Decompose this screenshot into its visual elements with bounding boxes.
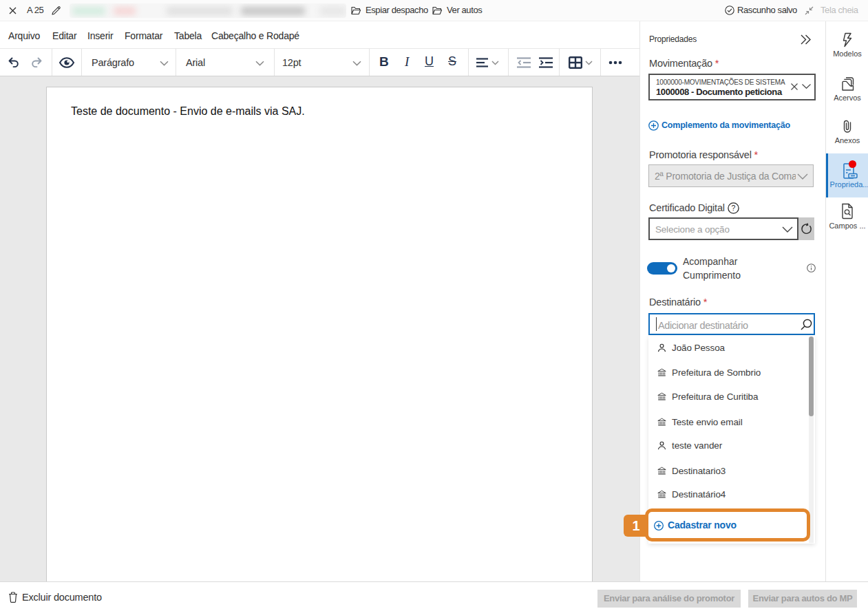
svg-text:?: ?	[732, 204, 736, 212]
